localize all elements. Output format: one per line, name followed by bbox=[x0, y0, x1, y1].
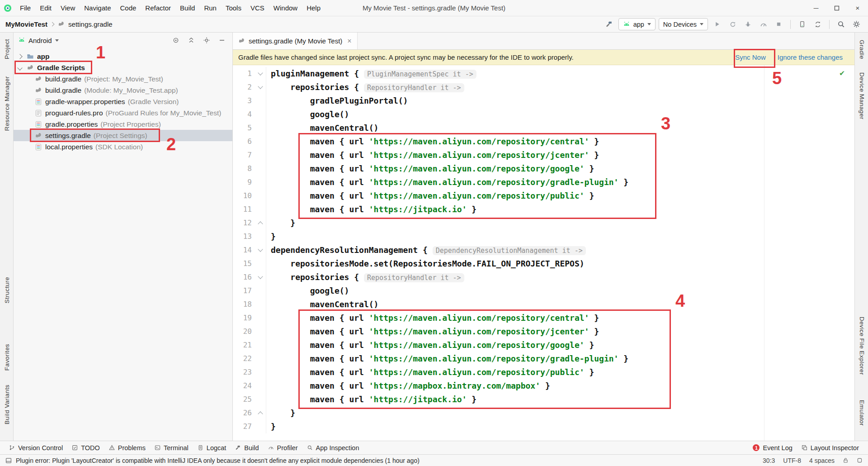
code-line[interactable]: 14dependencyResolutionManagement { Depen… bbox=[233, 243, 854, 257]
sync-now-link[interactable]: Sync Now bbox=[735, 53, 766, 61]
project-view-selector[interactable]: Android bbox=[28, 37, 52, 44]
breadcrumb-project[interactable]: MyMovieTest bbox=[5, 20, 47, 28]
tool-button-build-variants[interactable]: Build Variants bbox=[0, 385, 14, 424]
line-number[interactable]: 8 bbox=[233, 162, 255, 176]
line-number[interactable]: 14 bbox=[233, 243, 255, 257]
menu-vcs[interactable]: VCS bbox=[246, 0, 269, 16]
code-line[interactable]: 16 repositories { RepositoryHandler it -… bbox=[233, 271, 854, 284]
panel-settings-icon[interactable] bbox=[200, 34, 212, 47]
gradle-sync-icon[interactable] bbox=[811, 18, 824, 30]
tool-button-build[interactable]: Build bbox=[231, 441, 263, 454]
line-number[interactable]: 10 bbox=[233, 189, 255, 203]
code-line[interactable]: 18 mavenCentral() bbox=[233, 298, 854, 311]
code-line[interactable]: 5 mavenCentral() bbox=[233, 121, 854, 135]
line-number[interactable]: 3 bbox=[233, 94, 255, 108]
tool-button-device-manager[interactable]: Device Manager bbox=[855, 72, 868, 119]
apply-changes-icon[interactable] bbox=[726, 18, 739, 30]
tool-button-resource-manager[interactable]: Resource Manager bbox=[0, 76, 14, 131]
device-manager-icon[interactable] bbox=[796, 18, 808, 30]
tool-button-version-control[interactable]: Version Control bbox=[5, 441, 67, 454]
line-number[interactable]: 12 bbox=[233, 216, 255, 230]
collapse-all-icon[interactable] bbox=[185, 34, 197, 47]
locate-file-icon[interactable] bbox=[170, 34, 182, 47]
line-number[interactable]: 2 bbox=[233, 81, 255, 94]
tool-button-device-file-explorer[interactable]: Device File Explorer bbox=[855, 317, 868, 375]
tree-item-app[interactable]: app bbox=[14, 51, 232, 62]
inspection-check-icon[interactable]: ✔ bbox=[840, 68, 844, 77]
code-line[interactable]: 19 maven { url 'https://maven.aliyun.com… bbox=[233, 311, 854, 325]
tree-item-local-properties[interactable]: local.properties(SDK Location) bbox=[14, 141, 232, 152]
line-number[interactable]: 18 bbox=[233, 298, 255, 311]
fold-marker-icon[interactable] bbox=[255, 271, 266, 284]
line-number[interactable]: 24 bbox=[233, 379, 255, 393]
line-number[interactable]: 13 bbox=[233, 230, 255, 243]
tool-button-profiler[interactable]: Profiler bbox=[264, 441, 302, 454]
tool-button-app-inspection[interactable]: App Inspection bbox=[302, 441, 364, 454]
code-line[interactable]: 23 maven { url 'https://maven.aliyun.com… bbox=[233, 366, 854, 379]
code-line[interactable]: 25 maven { url 'https://jitpack.io' } bbox=[233, 393, 854, 406]
code-line[interactable]: 17 google() bbox=[233, 284, 854, 298]
tree-item-gradle-wrapper-properties[interactable]: gradle-wrapper.properties(Gradle Version… bbox=[14, 96, 232, 107]
fold-marker-icon[interactable] bbox=[255, 216, 266, 230]
tool-button-gradle[interactable]: Gradle bbox=[855, 40, 868, 59]
menu-refactor[interactable]: Refactor bbox=[141, 0, 175, 16]
code-line[interactable]: 11 maven { url 'https://jitpack.io' } bbox=[233, 203, 854, 216]
tree-item-proguard-rules-pro[interactable]: proguard-rules.pro(ProGuard Rules for My… bbox=[14, 107, 232, 119]
line-number[interactable]: 25 bbox=[233, 393, 255, 406]
line-number[interactable]: 27 bbox=[233, 420, 255, 433]
line-number[interactable]: 26 bbox=[233, 406, 255, 420]
run-icon[interactable] bbox=[711, 18, 723, 30]
line-number[interactable]: 21 bbox=[233, 338, 255, 352]
line-number[interactable]: 5 bbox=[233, 121, 255, 135]
profile-icon[interactable] bbox=[757, 18, 769, 30]
build-hammer-icon[interactable] bbox=[603, 18, 615, 30]
tool-button-terminal[interactable]: Terminal bbox=[150, 441, 193, 454]
code-line[interactable]: 9 maven { url 'https://maven.aliyun.com/… bbox=[233, 176, 854, 189]
line-number[interactable]: 6 bbox=[233, 135, 255, 148]
fold-marker-icon[interactable] bbox=[255, 406, 266, 420]
caret-position[interactable]: 30:3 bbox=[763, 457, 775, 464]
ignore-changes-link[interactable]: Ignore these changes bbox=[778, 53, 843, 61]
line-number[interactable]: 7 bbox=[233, 148, 255, 162]
tool-button-todo[interactable]: TODO bbox=[67, 441, 104, 454]
breadcrumb-file[interactable]: settings.gradle bbox=[68, 20, 113, 28]
maximize-button[interactable] bbox=[826, 0, 847, 16]
line-number[interactable]: 15 bbox=[233, 257, 255, 271]
minimize-button[interactable]: ─ bbox=[806, 0, 826, 16]
menu-edit[interactable]: Edit bbox=[35, 0, 56, 16]
editor-tab-settings-gradle[interactable]: settings.gradle (My Movie Test) × bbox=[233, 33, 358, 49]
debug-icon[interactable] bbox=[742, 18, 754, 30]
menu-file[interactable]: File bbox=[15, 0, 35, 16]
code-line[interactable]: 13} bbox=[233, 230, 854, 243]
menu-navigate[interactable]: Navigate bbox=[80, 0, 115, 16]
fold-marker-icon[interactable] bbox=[255, 81, 266, 94]
tool-button-favorites[interactable]: Favorites bbox=[0, 344, 14, 371]
code-line[interactable]: 8 maven { url 'https://maven.aliyun.com/… bbox=[233, 162, 854, 176]
code-editor[interactable]: ✔ 1pluginManagement { PluginManagementSp… bbox=[233, 65, 854, 441]
menu-build[interactable]: Build bbox=[175, 0, 199, 16]
line-number[interactable]: 17 bbox=[233, 284, 255, 298]
toolwindows-toggle-icon[interactable] bbox=[5, 457, 12, 464]
fold-marker-icon[interactable] bbox=[255, 243, 266, 257]
code-line[interactable]: 24 maven { url 'https://mapbox.bintray.c… bbox=[233, 379, 854, 393]
tree-item-build-gradle[interactable]: build.gradle(Project: My_Movie_Test) bbox=[14, 73, 232, 85]
menu-help[interactable]: Help bbox=[302, 0, 325, 16]
code-line[interactable]: 6 maven { url 'https://maven.aliyun.com/… bbox=[233, 135, 854, 148]
tree-item-settings-gradle[interactable]: settings.gradle(Project Settings) bbox=[14, 130, 232, 141]
stop-icon[interactable] bbox=[773, 18, 785, 30]
tree-item-gradle-properties[interactable]: gradle.properties(Project Properties) bbox=[14, 119, 232, 130]
tool-button-logcat[interactable]: Logcat bbox=[193, 441, 231, 454]
indent-setting[interactable]: 4 spaces bbox=[809, 457, 835, 464]
code-line[interactable]: 7 maven { url 'https://maven.aliyun.com/… bbox=[233, 148, 854, 162]
tab-close-icon[interactable]: × bbox=[347, 37, 351, 45]
run-configuration-select[interactable]: app bbox=[618, 18, 656, 30]
code-line[interactable]: 3 gradlePluginPortal() bbox=[233, 94, 854, 108]
code-line[interactable]: 4 google() bbox=[233, 108, 854, 121]
fold-marker-icon[interactable] bbox=[255, 67, 266, 81]
chevron-down-icon[interactable] bbox=[17, 65, 22, 70]
tool-button-structure[interactable]: Structure bbox=[0, 277, 14, 303]
search-icon[interactable] bbox=[835, 18, 847, 30]
menu-tools[interactable]: Tools bbox=[221, 0, 246, 16]
line-number[interactable]: 20 bbox=[233, 325, 255, 338]
menu-view[interactable]: View bbox=[56, 0, 80, 16]
